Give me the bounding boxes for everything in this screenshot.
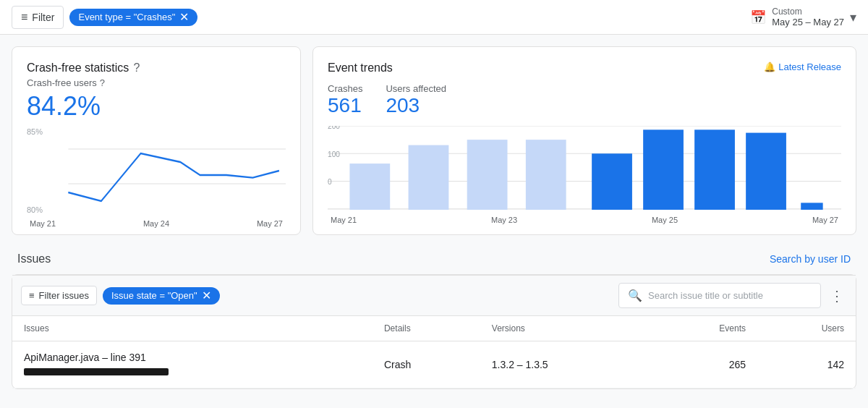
svg-rect-14 [643,129,684,210]
svg-rect-12 [526,140,566,210]
svg-rect-11 [467,140,508,210]
x-label-3: May 27 [257,219,283,228]
main-content: Crash-free statistics ? Crash-free users… [0,35,868,407]
bar-chart-svg: 200 100 0 [328,126,841,211]
event-trends-header: Event trends 🔔 Latest Release [328,61,841,77]
latest-release-link[interactable]: 🔔 Latest Release [764,61,841,72]
issue-events-cell: 265 [651,341,757,388]
col-details: Details [373,316,480,341]
filter-issues-button[interactable]: ≡ Filter issues [21,286,97,305]
svg-rect-9 [349,163,390,210]
users-affected-value: 203 [386,94,446,117]
event-trends-chart: 200 100 0 May 21 May [328,126,841,220]
users-affected-metric: Users affected 203 [386,83,446,117]
issues-section-wrapper: Issues Search by user ID ≡ Filter issues… [12,252,856,389]
date-range-picker[interactable]: 📅 Custom May 25 – May 27 ▾ [750,7,856,27]
bar-x-label-2: May 23 [491,216,517,224]
issues-section-header: Issues Search by user ID [12,252,856,274]
bar-x-label-3: May 25 [652,216,678,224]
svg-rect-10 [409,145,449,210]
crash-free-title: Crash-free statistics ? [27,61,286,75]
event-trends-title: Event trends [328,61,393,75]
top-bar-left: ≡ Filter Event type = "Crashes" ✕ [12,6,197,29]
issue-subtitle-redacted [24,366,361,378]
issues-toolbar-left: ≡ Filter issues Issue state = "Open" ✕ [21,286,220,305]
bar-x-label-1: May 21 [331,216,357,224]
date-range-label: Custom [772,7,844,17]
svg-rect-17 [801,203,822,210]
issues-table-container: ≡ Filter issues Issue state = "Open" ✕ 🔍… [12,274,856,389]
x-label-1: May 21 [30,219,56,228]
date-range-value: May 25 – May 27 [772,17,844,27]
col-issues: Issues [12,316,373,341]
search-input[interactable] [648,290,812,301]
filter-issues-label: Filter issues [39,290,89,301]
svg-rect-13 [592,153,632,210]
crashes-metric: Crashes 561 [328,83,362,117]
table-header: Issues Details Versions Events Users [12,316,856,341]
svg-rect-15 [694,129,735,210]
filter-button[interactable]: ≡ Filter [12,6,64,29]
top-bar: ≡ Filter Event type = "Crashes" ✕ 📅 Cust… [0,0,868,35]
issue-state-chip[interactable]: Issue state = "Open" ✕ [103,287,220,305]
filter-issues-icon: ≡ [29,290,35,301]
svg-rect-16 [746,133,786,210]
y-axis-labels: 85% 80% [27,127,43,214]
search-by-user-link[interactable]: Search by user ID [770,253,851,265]
crashes-value: 561 [328,94,362,117]
y-label-bottom: 80% [27,205,43,214]
filter-button-label: Filter [32,12,54,23]
cards-row: Crash-free statistics ? Crash-free users… [12,46,856,235]
issue-users-cell: 142 [757,341,856,388]
svg-text:100: 100 [328,150,340,158]
svg-text:200: 200 [328,126,340,130]
issue-details-cell: Crash [373,341,480,388]
crashes-label: Crashes [328,83,362,94]
more-options-icon[interactable]: ⋮ [827,284,847,307]
col-versions: Versions [480,316,651,341]
filter-icon: ≡ [21,11,27,24]
issues-section-title: Issues [17,252,51,265]
bar-x-label-4: May 27 [812,216,838,224]
table-row[interactable]: ApiManager.java – line 391 Crash 1.3.2 –… [12,341,856,388]
x-axis-labels: May 21 May 24 May 27 [27,219,286,228]
crash-free-chart: 85% 80% May 21 May 24 May 27 [27,127,286,214]
issue-state-chip-close-icon[interactable]: ✕ [202,290,211,302]
event-trends-card: Event trends 🔔 Latest Release Crashes 56… [312,46,856,235]
issue-versions-cell: 1.3.2 – 1.3.5 [480,341,651,388]
date-range-text: Custom May 25 – May 27 [772,7,844,27]
crash-free-percentage: 84.2% [27,91,286,122]
help-icon[interactable]: ? [133,61,140,75]
chevron-down-icon: ▾ [850,9,856,25]
calendar-icon: 📅 [750,9,766,25]
x-label-2: May 24 [143,219,169,228]
issues-toolbar: ≡ Filter issues Issue state = "Open" ✕ 🔍… [12,275,856,316]
search-box[interactable]: 🔍 [618,283,821,308]
redacted-bar [24,368,169,375]
chip-label: Event type = "Crashes" [78,12,175,22]
event-type-chip[interactable]: Event type = "Crashes" ✕ [69,9,197,26]
release-icon: 🔔 [764,61,775,72]
issue-state-chip-label: Issue state = "Open" [111,290,197,301]
chip-close-icon[interactable]: ✕ [179,12,189,23]
issues-toolbar-right: 🔍 ⋮ [618,283,847,308]
line-chart-svg [27,127,286,214]
issue-name-cell: ApiManager.java – line 391 [12,341,373,388]
crash-free-subtitle: Crash-free users ? [27,77,286,88]
crash-free-card: Crash-free statistics ? Crash-free users… [12,46,301,235]
table-body: ApiManager.java – line 391 Crash 1.3.2 –… [12,341,856,388]
issues-table: Issues Details Versions Events Users Api… [12,316,856,388]
search-icon: 🔍 [628,289,642,302]
users-affected-label: Users affected [386,83,446,94]
y-label-top: 85% [27,127,43,136]
col-events: Events [651,316,757,341]
bar-x-axis-labels: May 21 May 23 May 25 May 27 [328,216,841,224]
svg-text:0: 0 [328,178,332,186]
help-icon-2[interactable]: ? [100,77,105,88]
issue-name: ApiManager.java – line 391 [24,352,361,363]
col-users: Users [757,316,856,341]
metrics-row: Crashes 561 Users affected 203 [328,83,841,117]
